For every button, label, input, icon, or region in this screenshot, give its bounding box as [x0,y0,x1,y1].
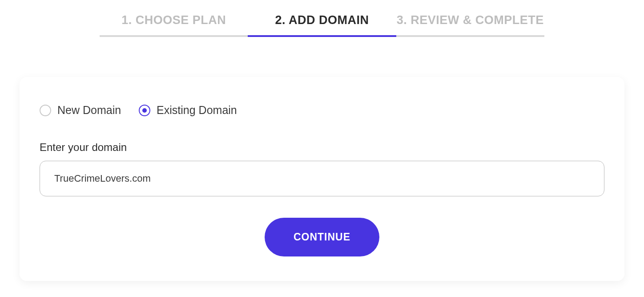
button-row: CONTINUE [40,218,604,256]
progress-stepper: 1. CHOOSE PLAN 2. ADD DOMAIN 3. REVIEW &… [100,13,544,37]
domain-type-radio-group: New Domain Existing Domain [40,104,604,117]
radio-label: Existing Domain [157,104,237,117]
radio-dot-icon [142,108,147,113]
domain-input-label: Enter your domain [40,141,604,154]
radio-circle-icon [40,105,51,116]
step-review-complete[interactable]: 3. REVIEW & COMPLETE [396,13,544,37]
domain-input[interactable] [40,161,604,196]
radio-label: New Domain [57,104,121,117]
step-label: 2. ADD DOMAIN [275,13,369,27]
step-label: 3. REVIEW & COMPLETE [397,13,544,27]
step-choose-plan[interactable]: 1. CHOOSE PLAN [100,13,248,37]
continue-button[interactable]: CONTINUE [265,218,379,256]
radio-existing-domain[interactable]: Existing Domain [139,104,237,117]
radio-new-domain[interactable]: New Domain [40,104,121,117]
domain-form-card: New Domain Existing Domain Enter your do… [20,77,624,281]
step-label: 1. CHOOSE PLAN [121,13,226,27]
radio-circle-icon [139,105,150,116]
step-add-domain[interactable]: 2. ADD DOMAIN [248,13,396,37]
